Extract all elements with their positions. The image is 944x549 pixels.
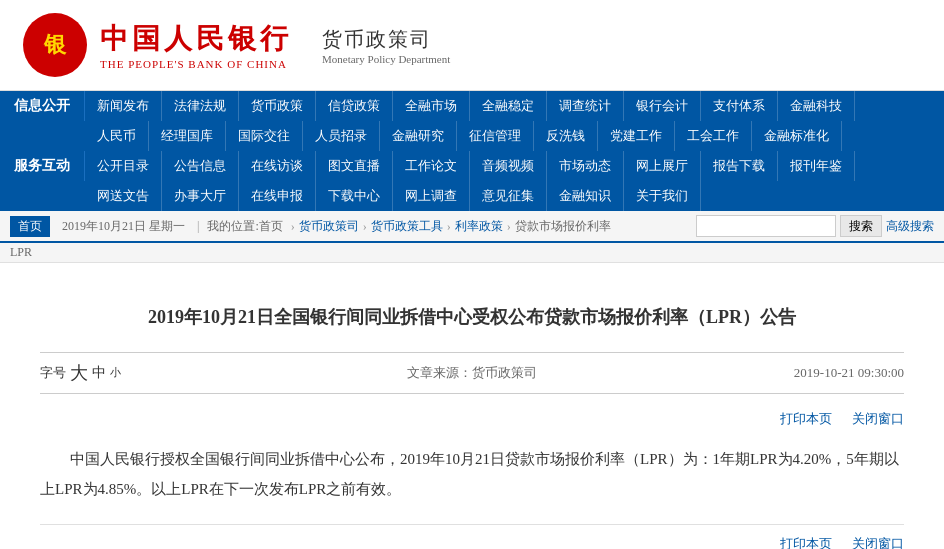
search-input[interactable] — [696, 215, 836, 237]
nav-shichang[interactable]: 市场动态 — [547, 151, 624, 181]
pboc-emblem: 银 — [20, 10, 90, 80]
breadcrumb-huobi[interactable]: 货币政策司 — [299, 218, 359, 235]
nav-fanxi[interactable]: 反洗钱 — [534, 121, 598, 151]
page-header: 银 中国人民银行 THE PEOPLE'S BANK OF CHINA 货币政策… — [0, 0, 944, 91]
nav-row3-items: 公开目录 公告信息 在线访谈 图文直播 工作论文 音频视频 市场动态 网上展厅 … — [85, 151, 944, 181]
breadcrumb-home[interactable]: 首页 — [10, 216, 50, 237]
article-actions-bottom: 打印本页 关闭窗口 — [40, 524, 904, 549]
nav-renyuan[interactable]: 人员招录 — [303, 121, 380, 151]
logo-en: THE PEOPLE'S BANK OF CHINA — [100, 58, 292, 70]
article-date: 2019-10-21 09:30:00 — [616, 365, 904, 381]
source-value: 货币政策司 — [472, 365, 537, 380]
article-meta: 字号 大 中 小 文章来源：货币政策司 2019-10-21 09:30:00 — [40, 352, 904, 394]
nav-banshi[interactable]: 办事大厅 — [162, 181, 239, 211]
nav-diaocha[interactable]: 调查统计 — [547, 91, 624, 121]
font-medium[interactable]: 中 — [92, 364, 106, 382]
nav-wangsong[interactable]: 网送文告 — [85, 181, 162, 211]
article-body: 中国人民银行授权全国银行间同业拆借中心公布，2019年10月21日贷款市场报价利… — [40, 444, 904, 504]
nav-huobi[interactable]: 货币政策 — [239, 91, 316, 121]
logo-text: 中国人民银行 THE PEOPLE'S BANK OF CHINA — [100, 20, 292, 70]
nav-row1-items: 新闻发布 法律法规 货币政策 信贷政策 全融市场 全融稳定 调查统计 银行会计 … — [85, 91, 944, 121]
nav-yinpin[interactable]: 音频视频 — [470, 151, 547, 181]
nav-jinrong-zhishi[interactable]: 金融知识 — [547, 181, 624, 211]
breadcrumb-position-label: 我的位置:首页 — [207, 218, 282, 235]
dept-cn: 货币政策司 — [322, 26, 450, 53]
dept-en: Monetary Policy Department — [322, 53, 450, 65]
nav-row-2: 信息公开 人民币 经理国库 国际交往 人员招录 金融研究 征信管理 反洗钱 党建… — [0, 121, 944, 151]
breadcrumb-sep4: › — [447, 219, 451, 234]
nav-label-fuwu: 服务互动 — [0, 151, 85, 181]
nav-zaixian-shen[interactable]: 在线申报 — [239, 181, 316, 211]
nav-tuwen[interactable]: 图文直播 — [316, 151, 393, 181]
nav-wangshang[interactable]: 网上展厅 — [624, 151, 701, 181]
font-label: 字号 — [40, 364, 66, 382]
advanced-search-link[interactable]: 高级搜索 — [886, 218, 934, 235]
nav-zhengxin[interactable]: 征信管理 — [457, 121, 534, 151]
nav-row-3: 服务互动 公开目录 公告信息 在线访谈 图文直播 工作论文 音频视频 市场动态 … — [0, 151, 944, 181]
close-bottom[interactable]: 关闭窗口 — [852, 535, 904, 549]
svg-text:银: 银 — [43, 32, 67, 57]
lpr-sub-crumb: LPR — [0, 243, 944, 263]
nav-dangian[interactable]: 党建工作 — [598, 121, 675, 151]
nav-fangtan[interactable]: 在线访谈 — [239, 151, 316, 181]
article-title: 2019年10月21日全国银行间同业拆借中心受权公布贷款市场报价利率（LPR）公… — [40, 303, 904, 332]
nav-row-4: 服务互动 网送文告 办事大厅 在线申报 下载中心 网上调查 意见征集 金融知识 … — [0, 181, 944, 211]
nav-jinrong-keji[interactable]: 金融科技 — [778, 91, 855, 121]
nav-xinwen[interactable]: 新闻发布 — [85, 91, 162, 121]
font-small[interactable]: 小 — [110, 365, 121, 380]
nav-jinrong-wending[interactable]: 全融稳定 — [470, 91, 547, 121]
nav-yijian[interactable]: 意见征集 — [470, 181, 547, 211]
breadcrumb-lilv[interactable]: 利率政策 — [455, 218, 503, 235]
breadcrumb-sep3: › — [363, 219, 367, 234]
nav-gongkai-mulu[interactable]: 公开目录 — [85, 151, 162, 181]
logo-block: 银 中国人民银行 THE PEOPLE'S BANK OF CHINA 货币政策… — [20, 10, 450, 80]
nav-guoku[interactable]: 经理国库 — [149, 121, 226, 151]
nav-biaozhun[interactable]: 金融标准化 — [752, 121, 842, 151]
breadcrumb-date: 2019年10月21日 星期一 — [62, 218, 185, 235]
nav-baogao[interactable]: 报告下载 — [701, 151, 778, 181]
nav-guanyu[interactable]: 关于我们 — [624, 181, 701, 211]
nav-gonggao[interactable]: 公告信息 — [162, 151, 239, 181]
nav-jinrong-shichang[interactable]: 全融市场 — [393, 91, 470, 121]
breadcrumb-gongju[interactable]: 货币政策工具 — [371, 218, 443, 235]
nav-gonghui[interactable]: 工会工作 — [675, 121, 752, 151]
source-label: 文章来源： — [407, 365, 472, 380]
nav-yinhang-kuaiji[interactable]: 银行会计 — [624, 91, 701, 121]
logo-cn: 中国人民银行 — [100, 20, 292, 58]
font-large[interactable]: 大 — [70, 361, 88, 385]
nav-baokan[interactable]: 报刊年鉴 — [778, 151, 855, 181]
breadcrumb-left: 首页 2019年10月21日 星期一 | 我的位置:首页 › 货币政策司 › 货… — [10, 216, 611, 237]
nav-xiazai[interactable]: 下载中心 — [316, 181, 393, 211]
nav-lunwen[interactable]: 工作论文 — [393, 151, 470, 181]
article-actions-top: 打印本页 关闭窗口 — [40, 404, 904, 434]
nav-zhifu[interactable]: 支付体系 — [701, 91, 778, 121]
close-top[interactable]: 关闭窗口 — [852, 410, 904, 428]
breadcrumb-lpr: 贷款市场报价利率 — [515, 218, 611, 235]
nav-renminbi[interactable]: 人民币 — [85, 121, 149, 151]
search-button[interactable]: 搜索 — [840, 215, 882, 237]
nav-wrapper: 信息公开 新闻发布 法律法规 货币政策 信贷政策 全融市场 全融稳定 调查统计 … — [0, 91, 944, 211]
print-bottom[interactable]: 打印本页 — [780, 535, 832, 549]
breadcrumb-bar: 首页 2019年10月21日 星期一 | 我的位置:首页 › 货币政策司 › 货… — [0, 211, 944, 243]
nav-guoji[interactable]: 国际交往 — [226, 121, 303, 151]
nav-xindai[interactable]: 信贷政策 — [316, 91, 393, 121]
font-size-ctrl: 字号 大 中 小 — [40, 361, 328, 385]
nav-jinrong-yanjiu[interactable]: 金融研究 — [380, 121, 457, 151]
article-source: 文章来源：货币政策司 — [328, 364, 616, 382]
nav-diaocha2[interactable]: 网上调查 — [393, 181, 470, 211]
breadcrumb-sep2: › — [291, 219, 295, 234]
breadcrumb-sep5: › — [507, 219, 511, 234]
nav-falv[interactable]: 法律法规 — [162, 91, 239, 121]
nav-row-1: 信息公开 新闻发布 法律法规 货币政策 信贷政策 全融市场 全融稳定 调查统计 … — [0, 91, 944, 121]
print-top[interactable]: 打印本页 — [780, 410, 832, 428]
nav-row4-items: 网送文告 办事大厅 在线申报 下载中心 网上调查 意见征集 金融知识 关于我们 — [85, 181, 944, 211]
dept-block: 货币政策司 Monetary Policy Department — [322, 26, 450, 65]
search-right: 搜索 高级搜索 — [696, 215, 934, 237]
nav-label-info: 信息公开 — [0, 91, 85, 121]
main-content: 2019年10月21日全国银行间同业拆借中心受权公布贷款市场报价利率（LPR）公… — [0, 263, 944, 549]
breadcrumb-sep1: | — [197, 219, 199, 234]
nav-row2-items: 人民币 经理国库 国际交往 人员招录 金融研究 征信管理 反洗钱 党建工作 工会… — [85, 121, 944, 151]
